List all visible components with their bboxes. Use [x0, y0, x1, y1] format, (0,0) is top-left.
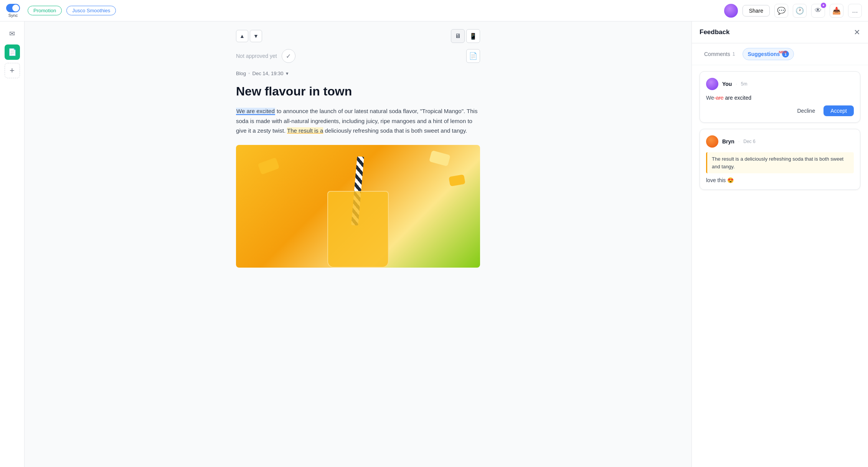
approval-bar: Not approved yet ✓ 📄 [236, 49, 480, 63]
sidebar-item-mail[interactable]: ✉ [5, 26, 20, 41]
feedback-body: You · 5m We-are are excited Decline Acce… [692, 65, 868, 467]
mango-decoration [257, 157, 279, 174]
decline-button[interactable]: Decline [792, 105, 820, 116]
comments-icon-btn[interactable]: 💬 [774, 4, 788, 18]
topbar: Sync Promotion Jusco Smoothies Share 💬 🕐… [0, 0, 868, 21]
suggestion-card: You · 5m We-are are excited Decline Acce… [700, 71, 860, 123]
sidebar-item-add[interactable]: + [5, 63, 20, 78]
doc-icon-button[interactable]: 📄 [466, 49, 480, 63]
glass-decoration [327, 191, 389, 268]
promotion-tag[interactable]: Promotion [28, 6, 62, 15]
comment-user: Bryn [722, 138, 734, 145]
sidebar-item-doc[interactable]: 📄 [5, 44, 20, 60]
quoted-text: The result is a deliciously refreshing s… [706, 152, 854, 173]
sync-label: Sync [8, 13, 18, 18]
suggestion-inserted: are excited [724, 95, 751, 101]
mango-decoration-2 [429, 150, 451, 166]
mail-icon: ✉ [9, 30, 15, 38]
you-avatar [706, 78, 718, 90]
avatar-img [724, 4, 738, 18]
feedback-panel: Feedback ✕ Comments 1 Suggestions NEW 1 [691, 21, 868, 467]
suggestion-card-header: You · 5m [706, 78, 854, 90]
doc-icon: 📄 [8, 48, 17, 56]
suggestion-deleted: -are [714, 95, 724, 101]
comments-count: 1 [733, 51, 735, 57]
inbox-icon: 📥 [832, 7, 841, 15]
view-icon-btn[interactable]: 👁 ✦ [811, 4, 825, 18]
blog-date: Dec 14, 19:30 [252, 71, 284, 76]
feedback-tabs: Comments 1 Suggestions NEW 1 [692, 43, 868, 65]
notification-badge: ✦ [821, 3, 826, 8]
nav-arrows: ▲ ▼ [236, 30, 262, 42]
main-layout: ✉ 📄 + ▲ ▼ 🖥 📱 Not approv [0, 21, 868, 467]
accept-button[interactable]: Accept [823, 105, 854, 116]
article-text-4: deliciously refreshing soda that is both… [323, 127, 467, 134]
desktop-view-button[interactable]: 🖥 [451, 29, 465, 43]
chat-icon: 💬 [777, 7, 785, 15]
suggestion-actions: Decline Accept [706, 105, 854, 116]
nav-down-button[interactable]: ▼ [250, 30, 262, 42]
not-approved-label: Not approved yet [236, 53, 277, 59]
nav-up-button[interactable]: ▲ [236, 30, 248, 42]
mobile-view-button[interactable]: 📱 [466, 29, 480, 43]
blog-label: Blog [236, 71, 246, 76]
view-toggle: 🖥 📱 [451, 29, 480, 43]
sync-toggle[interactable] [6, 4, 20, 12]
comment-card-header: Bryn · Dec 6 [706, 135, 854, 148]
suggestion-user: You [722, 81, 732, 87]
suggestion-text-before: We [706, 95, 714, 101]
suggestions-label-wrap: Suggestions NEW [748, 51, 780, 57]
comment-date: Dec 6 [743, 139, 755, 144]
more-icon: ... [852, 7, 858, 15]
add-icon: + [10, 66, 15, 76]
avatar[interactable] [724, 4, 738, 18]
project-tag[interactable]: Jusco Smoothies [66, 6, 116, 15]
comment-body: love this 😍 [706, 177, 854, 183]
smoothie-image [236, 145, 480, 268]
highlighted-phrase: We are excited [236, 108, 275, 115]
sync-toggle-knob [12, 5, 19, 12]
suggestion-text: We-are are excited [706, 95, 854, 101]
tab-suggestions[interactable]: Suggestions NEW 1 [743, 48, 794, 60]
more-options-btn[interactable]: ... [848, 4, 862, 18]
article-body: We are excited to announce the launch of… [236, 106, 480, 136]
left-sidebar: ✉ 📄 + [0, 21, 25, 467]
history-icon-btn[interactable]: 🕐 [793, 4, 807, 18]
eye-icon: 👁 [815, 7, 822, 15]
comments-label: Comments [704, 51, 730, 57]
tab-comments[interactable]: Comments 1 [700, 49, 739, 59]
bryn-avatar [706, 135, 718, 148]
close-button[interactable]: ✕ [854, 28, 860, 37]
separator: • [248, 71, 250, 76]
suggestion-time: 5m [741, 81, 748, 87]
approve-button[interactable]: ✓ [282, 49, 295, 63]
separator: · [738, 139, 739, 144]
content-inner: ▲ ▼ 🖥 📱 Not approved yet ✓ 📄 Blog • Dec … [224, 21, 492, 275]
sync-area: Sync [6, 4, 20, 18]
content-area: ▲ ▼ 🖥 📱 Not approved yet ✓ 📄 Blog • Dec … [25, 21, 691, 467]
share-button[interactable]: Share [743, 5, 770, 16]
history-icon: 🕐 [795, 7, 804, 15]
feedback-title: Feedback [700, 28, 729, 36]
article-title: New flavour in town [236, 84, 480, 99]
suggestions-label: Suggestions [748, 51, 780, 57]
comment-card: Bryn · Dec 6 The result is a deliciously… [700, 129, 860, 190]
new-badge: NEW [779, 50, 787, 54]
blog-meta[interactable]: Blog • Dec 14, 19:30 ▾ [236, 71, 480, 76]
inbox-icon-btn[interactable]: 📥 [830, 4, 843, 18]
highlighted-result: The result is a [287, 127, 323, 134]
separator: · [736, 81, 737, 87]
content-toolbar: ▲ ▼ 🖥 📱 [236, 29, 480, 43]
mango-decoration-3 [449, 174, 465, 187]
feedback-header: Feedback ✕ [692, 21, 868, 43]
dropdown-icon: ▾ [286, 71, 289, 76]
